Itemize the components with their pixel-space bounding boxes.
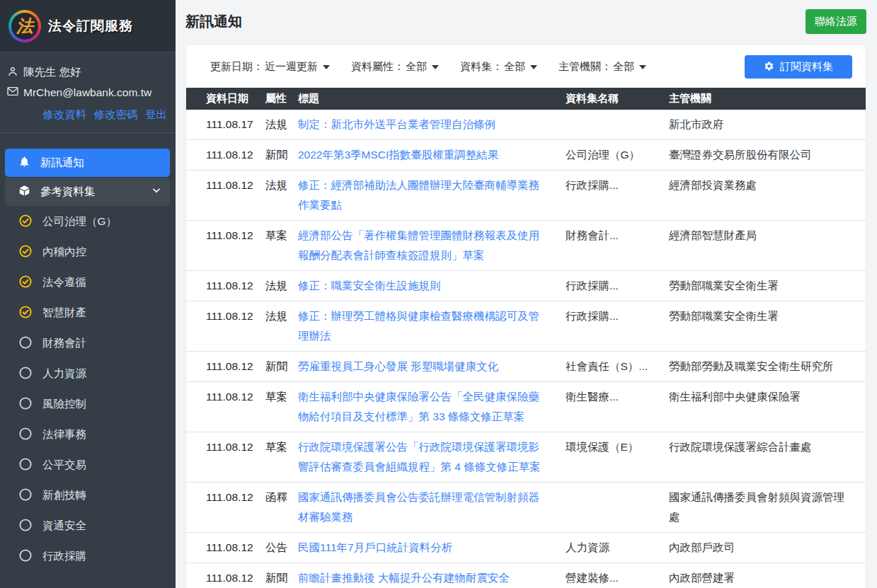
dataset-label: 風險控制 xyxy=(42,397,86,412)
sidebar-item-label: 新訊通知 xyxy=(40,156,84,171)
user-block: 陳先生 您好 MrChen@lawbank.com.tw 修改資料 修改密碼 登… xyxy=(0,52,176,133)
filter-dropdown[interactable]: 資料屬性：全部 xyxy=(351,60,439,74)
row-title-link[interactable]: 修正：職業安全衛生設施規則 xyxy=(298,279,441,292)
sidebar-dataset-item[interactable]: 人力資源 xyxy=(0,359,176,389)
filter-value: 全部 xyxy=(504,60,525,74)
filter-dropdown[interactable]: 資料集：全部 xyxy=(460,60,537,74)
row-type: 草案 xyxy=(265,226,298,246)
circle-icon xyxy=(18,427,33,444)
row-title-link[interactable]: 國家通訊傳播委員會公告委託辦理電信管制射頻器材審驗業務 xyxy=(298,491,539,523)
sidebar-dataset-item[interactable]: 財務會計 xyxy=(0,328,176,359)
sidebar-item-notifications[interactable]: 新訊通知 xyxy=(5,149,170,177)
user-links: 修改資料 修改密碼 登出 xyxy=(7,108,167,122)
dataset-label: 智慧財產 xyxy=(42,306,86,321)
brand-logo-icon: 法 xyxy=(8,10,41,42)
circle-icon xyxy=(18,518,33,535)
row-type: 法規 xyxy=(265,276,298,296)
row-title: 前瞻計畫推動後 大幅提升公有建物耐震安全 xyxy=(298,568,566,588)
dataset-label: 公平交易 xyxy=(42,458,86,473)
row-date: 111.08.12 xyxy=(206,437,265,457)
dataset-label: 資通安全 xyxy=(42,519,86,534)
sidebar-dataset-item[interactable]: 內稽內控 xyxy=(0,237,176,267)
subscribe-datasets-button[interactable]: 訂閱資料集 xyxy=(745,55,852,79)
row-date: 111.08.12 xyxy=(206,357,265,376)
brand-title: 法令訂閱服務 xyxy=(48,17,133,35)
dataset-list: 公司治理（G）內稽內控法令遵循智慧財產財務會計人力資源風險控制法律事務公平交易新… xyxy=(0,207,176,572)
filter-value: 近一週更新 xyxy=(265,60,318,74)
circle-icon xyxy=(18,335,33,352)
bell-icon xyxy=(18,156,30,171)
row-title: 制定：新北市外送平台業者管理自治條例 xyxy=(298,115,566,134)
row-title: 行政院環境保護署公告「行政院環境保護署環境影響評估審查委員會組織規程」第 4 條… xyxy=(298,437,566,477)
filter-dropdown[interactable]: 更新日期：近一週更新 xyxy=(210,60,330,74)
change-password-link[interactable]: 修改密碼 xyxy=(94,108,138,120)
filter-dropdown[interactable]: 主管機關：全部 xyxy=(558,60,646,74)
table-row: 111.08.12法規修正：職業安全衛生設施規則行政採購...勞動部職業安全衛生… xyxy=(186,271,866,301)
sidebar-item-reference-datasets[interactable]: 參考資料集 xyxy=(5,178,170,206)
row-date: 111.08.12 xyxy=(206,387,265,407)
caret-down-icon xyxy=(432,65,439,69)
check-circle-icon xyxy=(18,305,33,322)
package-icon xyxy=(18,185,30,200)
row-dataset: 行政採購... xyxy=(566,175,669,195)
dataset-label: 財務會計 xyxy=(42,336,86,351)
sidebar-dataset-item[interactable]: 法令遵循 xyxy=(0,267,176,298)
row-dataset: 人力資源 xyxy=(566,538,669,558)
sidebar-dataset-item[interactable]: 法律事務 xyxy=(0,420,176,450)
filter-label: 資料屬性： xyxy=(351,60,404,74)
column-header: 主管機關 xyxy=(669,92,853,105)
row-type: 函釋 xyxy=(265,488,298,507)
logout-link[interactable]: 登出 xyxy=(145,108,167,120)
edit-profile-link[interactable]: 修改資料 xyxy=(42,108,86,120)
row-title-link[interactable]: 前瞻計畫推動後 大幅提升公有建物耐震安全 xyxy=(298,572,510,584)
caret-down-icon xyxy=(639,65,646,69)
filter-label: 主管機關： xyxy=(558,60,612,74)
row-title-link[interactable]: 經濟部公告「著作權集體管理團體財務報表及使用報酬分配表會計師查核簽證規則」草案 xyxy=(298,229,539,261)
row-title-link[interactable]: 勞雇重視員工身心發展 形塑職場健康文化 xyxy=(298,360,498,372)
sidebar-dataset-item[interactable]: 公司治理（G） xyxy=(0,207,176,237)
table-row: 111.08.12法規修正：辦理勞工體格與健康檢查醫療機構認可及管理辦法行政採購… xyxy=(186,301,866,352)
dataset-label: 人力資源 xyxy=(42,367,86,381)
row-agency: 內政部戶政司 xyxy=(669,538,853,558)
row-title: 民國111年7月戶口統計資料分析 xyxy=(298,538,566,558)
sidebar-dataset-item[interactable]: 資通安全 xyxy=(0,511,176,541)
sidebar-nav: 新訊通知 參考資料集 公司治理（G）內稽內控法令遵循智慧財產財務會計人力資源風險… xyxy=(0,133,176,572)
row-dataset: 環境保護（E） xyxy=(566,437,669,457)
sidebar-dataset-item[interactable]: 行政採購 xyxy=(0,541,176,572)
row-title-link[interactable]: 衛生福利部中央健康保險署公告「全民健康保險藥物給付項目及支付標準」第 33 條條… xyxy=(298,391,539,422)
sidebar-dataset-item[interactable]: 智慧財產 xyxy=(0,298,176,328)
sidebar-dataset-item[interactable]: 新創技轉 xyxy=(0,480,176,511)
row-agency: 新北市政府 xyxy=(669,115,853,134)
user-email-row: MrChen@lawbank.com.tw xyxy=(7,86,167,99)
row-title-link[interactable]: 制定：新北市外送平台業者管理自治條例 xyxy=(298,118,495,130)
row-title-link[interactable]: 行政院環境保護署公告「行政院環境保護署環境影響評估審查委員會組織規程」第 4 條… xyxy=(298,441,541,473)
table-row: 111.08.12草案經濟部公告「著作權集體管理團體財務報表及使用報酬分配表會計… xyxy=(186,221,866,271)
column-header: 屬性 xyxy=(265,92,298,105)
row-type: 新聞 xyxy=(265,145,298,165)
column-header: 標題 xyxy=(298,92,566,105)
row-title-link[interactable]: 2022年第3季MSCI指數臺股權重調整結果 xyxy=(298,149,498,161)
sidebar-dataset-item[interactable]: 公平交易 xyxy=(0,450,176,480)
check-circle-icon xyxy=(18,275,33,292)
row-title-link[interactable]: 修正：經濟部補助法人團體辦理大陸臺商輔導業務作業要點 xyxy=(298,179,539,211)
gear-icon xyxy=(764,61,774,74)
table-row: 111.08.12新聞前瞻計畫推動後 大幅提升公有建物耐震安全營建裝修...內政… xyxy=(186,563,866,588)
filter-label: 更新日期： xyxy=(210,60,263,74)
row-agency: 勞動部職業安全衛生署 xyxy=(669,306,853,326)
row-date: 111.08.12 xyxy=(206,175,265,195)
row-agency: 經濟部投資業務處 xyxy=(669,175,853,195)
row-agency: 經濟部智慧財產局 xyxy=(669,226,853,246)
circle-icon xyxy=(18,366,33,383)
contact-lawsource-button[interactable]: 聯絡法源 xyxy=(806,9,866,34)
row-agency: 行政院環境保護署綜合計畫處 xyxy=(669,437,853,457)
row-dataset: 公司治理（G） xyxy=(566,145,669,165)
subscribe-datasets-label: 訂閱資料集 xyxy=(780,60,833,74)
row-title-link[interactable]: 修正：辦理勞工體格與健康檢查醫療機構認可及管理辦法 xyxy=(298,310,539,342)
row-type: 公告 xyxy=(265,538,298,558)
row-agency: 衛生福利部中央健康保險署 xyxy=(669,387,853,407)
mail-icon xyxy=(7,86,18,99)
circle-icon xyxy=(18,396,33,413)
row-agency: 臺灣證券交易所股份有限公司 xyxy=(669,145,853,165)
sidebar-dataset-item[interactable]: 風險控制 xyxy=(0,389,176,420)
row-title-link[interactable]: 民國111年7月戶口統計資料分析 xyxy=(298,541,452,553)
